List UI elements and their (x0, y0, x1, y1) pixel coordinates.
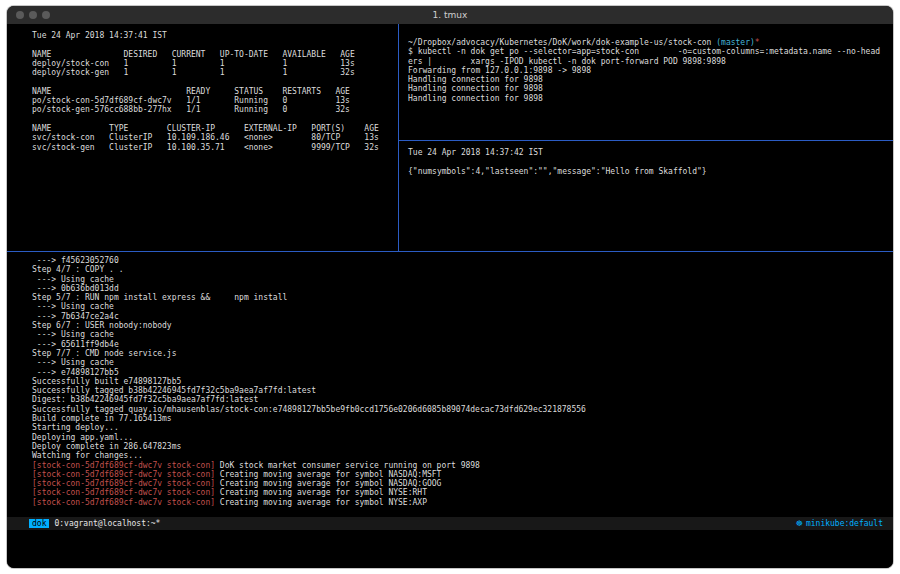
terminal-line (32, 77, 398, 86)
terminal-line: deploy/stock-gen 1 1 1 1 32s (32, 68, 398, 77)
terminal-line (32, 40, 398, 49)
terminal-line: Starting deploy... (32, 423, 893, 432)
terminal-line: Handling connection for 9898 (408, 94, 893, 103)
terminal-line: ---> f45623052760 (32, 256, 893, 265)
terminal-line: ---> 65611ff9db4e (32, 340, 893, 349)
tmux-session: Tue 24 Apr 2018 14:37:41 ISTNAME DESIRED… (7, 24, 893, 568)
pane-kubectl-watch[interactable]: Tue 24 Apr 2018 14:37:41 ISTNAME DESIRED… (7, 24, 398, 251)
terminal-window: 1. tmux Tue 24 Apr 2018 14:37:41 ISTNAME… (7, 6, 893, 568)
terminal-line: ---> 0b636bd013dd (32, 284, 893, 293)
close-button[interactable] (16, 11, 24, 19)
terminal-line: Step 6/7 : USER nobody:nobody (32, 321, 893, 330)
terminal-line: Deploy complete in 286.647823ms (32, 442, 893, 451)
terminal-line: [stock-con-5d7df689cf-dwc7v stock-con] C… (32, 488, 893, 497)
terminal-line: [stock-con-5d7df689cf-dwc7v stock-con] C… (32, 470, 893, 479)
zoom-button[interactable] (42, 11, 50, 19)
terminal-line: Step 4/7 : COPY . . (32, 265, 893, 274)
terminal-line: Successfully built e74898127bb5 (32, 377, 893, 386)
kube-context-label: minikube:default (806, 519, 883, 528)
terminal-line: po/stock-gen-576cc688bb-277hx 1/1 Runnin… (32, 105, 398, 114)
window-title: 1. tmux (433, 10, 468, 20)
minimize-button[interactable] (29, 11, 37, 19)
terminal-line: NAME READY STATUS RESTARTS AGE (32, 87, 398, 96)
terminal-line (32, 115, 398, 124)
terminal-line: Build complete in 77.165413ms (32, 414, 893, 423)
terminal-line: svc/stock-gen ClusterIP 10.100.35.71 <no… (32, 143, 398, 152)
terminal-line: {"numsymbols":4,"lastseen":"","message":… (408, 167, 893, 176)
terminal-line: Successfully tagged quay.io/mhausenblas/… (32, 405, 893, 414)
terminal-line: Handling connection for 9898 (408, 84, 893, 93)
titlebar[interactable]: 1. tmux (7, 6, 893, 24)
terminal-line: [stock-con-5d7df689cf-dwc7v stock-con] C… (32, 479, 893, 488)
terminal-line: Watching for changes... (32, 451, 893, 460)
terminal-line: ers | xargs -IPOD kubectl -n dok port-fo… (408, 57, 893, 66)
window-list-item-current[interactable]: 0:vagrant@localhost:~* (54, 519, 160, 528)
terminal-line: Digest: b38b42246945fd7f32c5ba9aea7af7fd… (32, 395, 893, 404)
kubernetes-icon: ☸ (796, 519, 803, 528)
terminal-line: ---> Using cache (32, 302, 893, 311)
pane-service-response[interactable]: Tue 24 Apr 2018 14:37:42 IST{"numsymbols… (399, 141, 893, 251)
terminal-line: Successfully tagged b38b42246945fd7f32c5… (32, 386, 893, 395)
terminal-line: svc/stock-con ClusterIP 10.109.186.46 <n… (32, 133, 398, 142)
terminal-line: [stock-con-5d7df689cf-dwc7v stock-con] C… (32, 498, 893, 507)
terminal-line: ---> Using cache (32, 330, 893, 339)
terminal-line: Deploying app.yaml... (32, 433, 893, 442)
terminal-line: ~/Dropbox/advocacy/Kubernetes/DoK/work/d… (408, 38, 893, 47)
terminal-line: NAME TYPE CLUSTER-IP EXTERNAL-IP PORT(S)… (32, 124, 398, 133)
terminal-line: deploy/stock-con 1 1 1 1 13s (32, 59, 398, 68)
session-name-badge[interactable]: dok (29, 519, 49, 528)
terminal-line: Step 7/7 : CMD node service.js (32, 349, 893, 358)
terminal-line: Forwarding from 127.0.0.1:9898 -> 9898 (408, 66, 893, 75)
terminal-line: $ kubectl -n dok get po --selector=app=s… (408, 47, 893, 56)
terminal-line: Step 5/7 : RUN npm install express && np… (32, 293, 893, 302)
tmux-status-bar: dok 0:vagrant@localhost:~* ☸ minikube:de… (7, 517, 893, 530)
terminal-line: ---> Using cache (32, 275, 893, 284)
window-controls (16, 6, 50, 24)
terminal-line: Tue 24 Apr 2018 14:37:41 IST (32, 31, 398, 40)
terminal-line: Tue 24 Apr 2018 14:37:42 IST (408, 148, 893, 157)
terminal-line: ---> Using cache (32, 358, 893, 367)
pane-port-forward[interactable]: ~/Dropbox/advocacy/Kubernetes/DoK/work/d… (399, 24, 893, 140)
terminal-line: NAME DESIRED CURRENT UP-TO-DATE AVAILABL… (32, 50, 398, 59)
terminal-line: Handling connection for 9898 (408, 75, 893, 84)
terminal-line: [stock-con-5d7df689cf-dwc7v stock-con] D… (32, 461, 893, 470)
terminal-line (408, 157, 893, 166)
pane-skaffold-dev[interactable]: ---> f45623052760Step 4/7 : COPY . . ---… (7, 252, 893, 516)
terminal-line: ---> e74898127bb5 (32, 368, 893, 377)
terminal-line: po/stock-con-5d7df689cf-dwc7v 1/1 Runnin… (32, 96, 398, 105)
terminal-line: ---> 7b6347ce2a4c (32, 312, 893, 321)
